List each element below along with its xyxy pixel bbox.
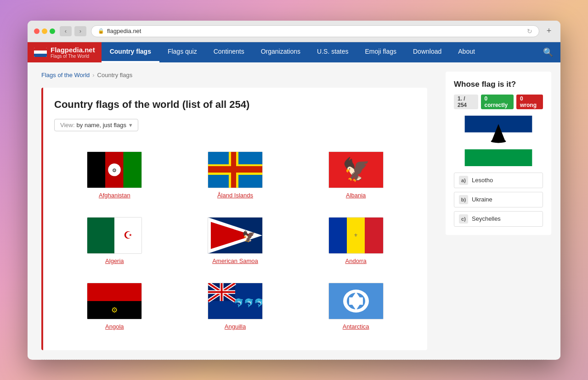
lock-icon: 🔒: [98, 28, 104, 34]
list-item[interactable]: ☪ Algeria: [54, 208, 175, 274]
quiz-wrong-badge: 0 wrong: [516, 95, 543, 109]
view-selector[interactable]: View: by name, just flags ▾: [54, 119, 138, 131]
flag-anguilla: 🐬🐬🐬: [208, 283, 263, 319]
quiz-option-c[interactable]: c) Seychelles: [454, 211, 543, 227]
page-separator: [41, 359, 547, 360]
site-logo[interactable]: Flagpedia.net Flags of The World: [28, 42, 102, 62]
maximize-button[interactable]: [50, 28, 55, 34]
quiz-option-b[interactable]: b) Ukraine: [454, 192, 543, 207]
option-c-letter: c): [459, 214, 468, 224]
list-item[interactable]: 🦅 American Samoa: [175, 208, 296, 274]
nav-item-flags-quiz[interactable]: Flags quiz: [159, 42, 205, 62]
new-tab-button[interactable]: +: [544, 26, 554, 36]
list-item[interactable]: ⚙ Angola: [54, 274, 175, 339]
list-item[interactable]: Antarctica: [295, 274, 416, 339]
svg-text:🦅: 🦅: [242, 229, 256, 242]
flag-angola: ⚙: [87, 283, 142, 319]
svg-text:⚙: ⚙: [112, 167, 117, 173]
flag-name-anguilla: Anguilla: [225, 323, 246, 330]
window-controls: [34, 28, 55, 34]
flag-afghanistan: ⚙: [87, 151, 142, 188]
flag-american-samoa: 🦅: [208, 217, 263, 254]
content-card: Country flags of the world (list of all …: [41, 88, 427, 350]
logo-text: Flagpedia.net Flags of The World: [51, 46, 95, 59]
quiz-title: Whose flag is it?: [454, 80, 543, 89]
breadcrumb-separator: ›: [92, 72, 94, 78]
flag-name-aland: Åland Islands: [217, 192, 253, 199]
flag-name-angola: Angola: [105, 323, 124, 330]
flag-name-american-samoa: American Samoa: [212, 257, 258, 264]
chevron-down-icon: ▾: [129, 122, 132, 129]
list-item[interactable]: ⚜ Andorra: [295, 208, 416, 274]
svg-rect-0: [87, 151, 105, 188]
browser-window: ‹ › 🔒 flagpedia.net ↻ + Flagpedia.net Fl…: [28, 21, 560, 360]
breadcrumb: Flags of the World › Country flags: [41, 72, 427, 78]
option-a-text: Lesotho: [472, 177, 493, 184]
view-label: View:: [60, 122, 75, 129]
search-icon[interactable]: 🔍: [536, 42, 560, 62]
browser-nav: ‹ ›: [60, 26, 86, 36]
list-item[interactable]: Åland Islands: [175, 142, 296, 208]
quiz-sidebar: Whose flag is it? 1. / 254 0 correctly 0…: [441, 62, 560, 359]
nav-item-continents[interactable]: Continents: [205, 42, 253, 62]
page-body: Flags of the World › Country flags Count…: [28, 62, 560, 359]
svg-text:🐬🐬🐬: 🐬🐬🐬: [233, 297, 262, 307]
logo-flag-icon: [34, 48, 47, 57]
nav-item-emoji-flags[interactable]: Emoji flags: [357, 42, 405, 62]
flag-algeria: ☪: [87, 217, 142, 254]
list-item[interactable]: 🐬🐬🐬 Anguilla: [175, 274, 296, 339]
flags-grid: ⚙ Afghanistan Åland Islands: [54, 142, 416, 339]
site-navigation: Flagpedia.net Flags of The World Country…: [28, 42, 560, 62]
svg-rect-2: [124, 151, 141, 188]
quiz-options: a) Lesotho b) Ukraine c) Seychelles: [454, 173, 543, 227]
svg-text:☪: ☪: [124, 229, 133, 241]
back-button[interactable]: ‹: [60, 26, 72, 36]
site-sub: Flags of The World: [51, 54, 95, 59]
svg-rect-27: [349, 297, 363, 305]
url-text: flagpedia.net: [107, 28, 141, 34]
flag-name-algeria: Algeria: [105, 257, 124, 264]
option-c-text: Seychelles: [472, 215, 501, 222]
quiz-correct-badge: 0 correctly: [481, 95, 514, 109]
option-b-text: Ukraine: [472, 196, 492, 203]
nav-items: Country flags Flags quiz Continents Orga…: [102, 42, 536, 62]
quiz-stats: 1. / 254 0 correctly 0 wrong: [454, 95, 543, 109]
option-a-letter: a): [459, 176, 468, 185]
quiz-card: Whose flag is it? 1. / 254 0 correctly 0…: [446, 72, 551, 235]
quiz-option-a[interactable]: a) Lesotho: [454, 173, 543, 188]
svg-rect-21: [208, 291, 235, 293]
browser-chrome: ‹ › 🔒 flagpedia.net ↻ +: [28, 21, 560, 42]
flag-name-albania: Albania: [346, 192, 366, 199]
flag-name-andorra: Andorra: [345, 257, 367, 264]
close-button[interactable]: [34, 28, 40, 34]
list-item[interactable]: 🦅 Albania: [295, 142, 416, 208]
site-name: Flagpedia.net: [51, 46, 95, 54]
minimize-button[interactable]: [42, 28, 47, 34]
address-bar[interactable]: 🔒 flagpedia.net ↻: [91, 25, 539, 37]
quiz-count-badge: 1. / 254: [454, 95, 478, 109]
forward-button[interactable]: ›: [74, 26, 86, 36]
svg-point-32: [491, 140, 506, 143]
breadcrumb-current: Country flags: [97, 72, 133, 78]
flag-name-afghanistan: Afghanistan: [99, 192, 130, 199]
breadcrumb-home[interactable]: Flags of the World: [41, 72, 90, 78]
nav-item-about[interactable]: About: [450, 42, 483, 62]
flag-aland: [208, 151, 263, 188]
nav-item-us-states[interactable]: U.S. states: [309, 42, 356, 62]
refresh-icon[interactable]: ↻: [527, 28, 532, 35]
option-b-letter: b): [459, 195, 468, 204]
flag-name-antarctica: Antarctica: [343, 323, 369, 330]
flag-albania: 🦅: [328, 151, 384, 188]
nav-item-organizations[interactable]: Organizations: [253, 42, 309, 62]
flag-andorra: ⚜: [328, 217, 384, 254]
flag-antarctica: [328, 283, 384, 319]
nav-item-country-flags[interactable]: Country flags: [102, 42, 159, 62]
nav-item-download[interactable]: Download: [405, 42, 450, 62]
svg-text:🦅: 🦅: [342, 156, 370, 183]
page-title: Country flags of the world (list of all …: [54, 99, 416, 111]
svg-rect-30: [465, 149, 532, 166]
list-item[interactable]: ⚙ Afghanistan: [54, 142, 175, 208]
view-value: by name, just flags: [77, 122, 126, 129]
quiz-flag-display: [454, 116, 543, 166]
content-area: Flags of the World › Country flags Count…: [28, 62, 441, 359]
